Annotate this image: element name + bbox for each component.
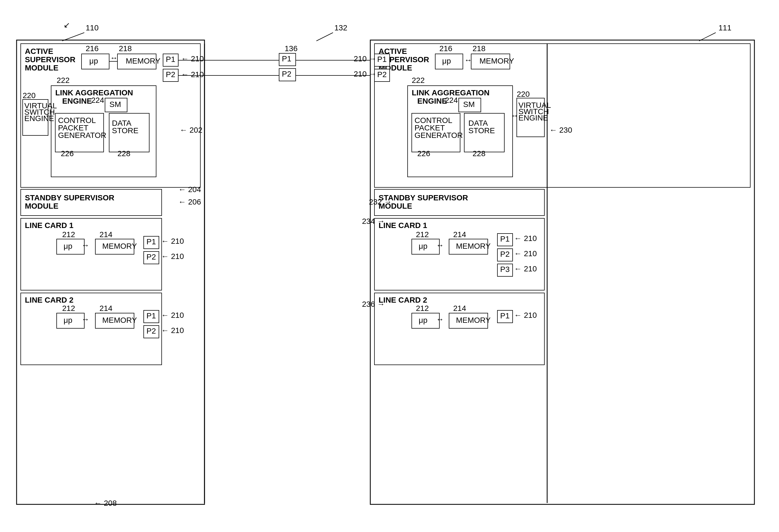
- right-lc2-mem-id: 214: [453, 304, 466, 312]
- left-standby-206: ← 206: [178, 197, 201, 206]
- left-lc1-mem-id: 214: [100, 230, 113, 239]
- left-arrow-lr: ↔: [110, 54, 118, 62]
- interconnect-p2-text: P2: [282, 70, 291, 78]
- right-backplane-230: ← 230: [549, 126, 572, 134]
- left-active-sup-label2: SUPERVISOR: [25, 55, 75, 64]
- left-bottom-208: ← 208: [94, 499, 117, 508]
- right-lc1-up-id: 212: [416, 230, 429, 239]
- left-lc1-arrow: ↔: [81, 241, 89, 249]
- right-ds-id: 228: [473, 149, 485, 158]
- left-lc1-up-text: μp: [64, 242, 72, 250]
- right-lc1-p1-210: ← 210: [514, 234, 537, 243]
- left-lae-text2: ENGINE: [62, 97, 92, 105]
- diagram: 110 ↙ ACTIVE SUPERVISOR MODULE 216 μp 21…: [0, 0, 779, 532]
- left-lc2-up-id: 212: [62, 304, 75, 312]
- right-lc2-arrow: ↔: [436, 315, 444, 323]
- left-lc1-p1-text: P1: [146, 237, 156, 246]
- right-p2-210: 210 →: [354, 70, 377, 78]
- left-lc2-p2-text: P2: [146, 327, 156, 335]
- right-up-id: 216: [439, 44, 453, 53]
- left-lc1-p2-text: P2: [146, 253, 156, 261]
- left-lc2-arrow: ↔: [81, 315, 89, 323]
- right-mem-text: MEMORY: [479, 57, 514, 65]
- left-chassis-arrow: ↙: [64, 21, 70, 29]
- left-vse-id: 220: [23, 91, 36, 100]
- right-lc2-label: LINE CARD 2: [378, 296, 427, 304]
- right-lc1-234: 234 →: [362, 217, 385, 226]
- left-p1-210: ← 210: [181, 54, 204, 63]
- interconnect-arrow-line: [316, 33, 333, 41]
- left-vse-lae-arrow: ↔: [45, 111, 53, 120]
- left-standby-204: ← 204: [178, 185, 201, 194]
- left-lc2-p2-210: ← 210: [161, 326, 184, 335]
- right-lc2-mem-text: MEMORY: [456, 316, 491, 324]
- left-standby-label2: MODULE: [25, 202, 58, 210]
- right-lae-id: 222: [412, 76, 425, 84]
- left-lc2-p1-210: ← 210: [161, 311, 184, 319]
- right-lc1-p3-text: P3: [500, 265, 510, 274]
- right-lc1-p2-210: ← 210: [514, 249, 537, 258]
- left-lc1-mem-text: MEMORY: [102, 242, 137, 250]
- left-lae-id: 222: [57, 76, 70, 84]
- left-cpg-text3: GENERATOR: [58, 131, 106, 139]
- interconnect-p1-text: P1: [282, 54, 291, 63]
- left-p2-text: P2: [166, 70, 175, 79]
- right-lc2-p1-210: ← 210: [514, 311, 537, 319]
- right-lae-text2: ENGINE: [417, 97, 447, 105]
- left-lc2-label: LINE CARD 2: [25, 296, 73, 304]
- right-mem-id: 218: [473, 44, 485, 53]
- right-lc2-up-text: μp: [419, 316, 427, 324]
- right-vse-text3: ENGINE: [519, 114, 548, 122]
- left-standby-label1: STANDBY SUPERVISOR: [25, 193, 114, 202]
- left-lc2-mem-text: MEMORY: [102, 316, 137, 324]
- right-standby-label1: STANDBY SUPERVISOR: [378, 193, 468, 202]
- left-ds-id: 228: [117, 149, 130, 158]
- right-up-mem-arrow: ↔: [464, 56, 472, 64]
- right-lc1-mem-id: 214: [453, 230, 466, 239]
- right-lc2-236: 236 →: [362, 300, 385, 308]
- left-lc1-p1-210: ← 210: [161, 237, 184, 245]
- right-p1-210: 210 →: [354, 54, 377, 63]
- left-mem-text: MEMORY: [126, 57, 161, 65]
- right-chassis-id: 111: [718, 23, 731, 32]
- left-chassis-id: 110: [86, 23, 99, 32]
- left-p2-210: ← 210: [181, 70, 204, 79]
- right-cpg-text3: GENERATOR: [415, 131, 463, 139]
- left-lc1-label: LINE CARD 1: [25, 221, 73, 230]
- right-lc1-mem-text: MEMORY: [456, 242, 491, 250]
- right-lc1-p1-text: P1: [500, 235, 510, 243]
- right-standby-232: 232 →: [369, 197, 392, 206]
- left-ds-text2: STORE: [112, 126, 138, 135]
- right-lc1-arrow: ↔: [436, 241, 444, 249]
- right-p2-text: P2: [377, 70, 386, 79]
- right-p1-text: P1: [377, 55, 386, 64]
- right-lc2-up-id: 212: [416, 304, 429, 312]
- left-lc2-p1-text: P1: [146, 311, 156, 320]
- right-lc1-p2-text: P2: [500, 250, 510, 258]
- right-cpg-id: 226: [417, 149, 430, 158]
- right-sm-text: SM: [463, 100, 475, 109]
- left-cpg-id: 226: [61, 149, 74, 158]
- left-active-sup-label3: MODULE: [25, 64, 58, 72]
- right-vse-id: 220: [517, 90, 530, 98]
- right-up-text: μp: [442, 57, 451, 65]
- left-lc2-up-text: μp: [64, 316, 72, 324]
- left-sm-text: SM: [109, 100, 121, 109]
- left-backplane-id: ← 202: [180, 126, 202, 134]
- left-active-sup-label: ACTIVE: [25, 47, 53, 56]
- left-lc2-mem-id: 214: [100, 304, 113, 312]
- right-lc1-label: LINE CARD 1: [378, 221, 427, 230]
- right-lae-vse-arrow: ↔: [511, 111, 519, 120]
- left-mem-id: 218: [119, 44, 132, 53]
- left-lc1-p2-210: ← 210: [161, 252, 184, 260]
- left-up-id: 216: [86, 44, 99, 53]
- left-lc1-up-id: 212: [62, 230, 75, 239]
- right-lc1-p3-210: ← 210: [514, 264, 537, 273]
- left-up-text: μp: [89, 57, 98, 65]
- interconnect-136-label: 136: [285, 44, 298, 53]
- interconnect-132: 132: [335, 23, 347, 32]
- left-p1-text: P1: [166, 55, 175, 64]
- right-lc1-up-text: μp: [419, 242, 427, 250]
- right-ds-text2: STORE: [468, 126, 495, 135]
- right-lc2-p1-text: P1: [500, 311, 510, 320]
